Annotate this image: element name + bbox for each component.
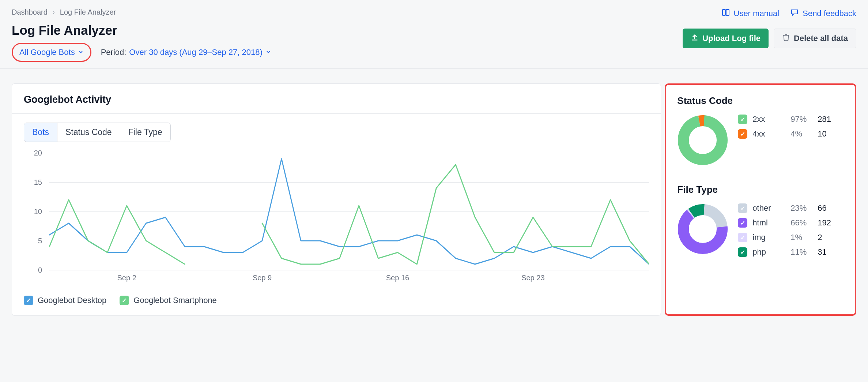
status-code-section: Status Code ✓2xx97%281✓4xx4%10: [677, 95, 844, 166]
chevron-down-icon: [78, 48, 84, 57]
legend-name: img: [752, 233, 785, 242]
legend-item-smartphone[interactable]: ✓ Googlebot Smartphone: [120, 296, 217, 305]
legend-name: php: [752, 247, 785, 257]
tab-bots[interactable]: Bots: [24, 123, 57, 142]
y-tick: 5: [38, 237, 42, 245]
legend-count: 31: [818, 247, 826, 257]
activity-card: Googlebot Activity Bots Status Code File…: [12, 83, 661, 316]
bots-filter-dropdown[interactable]: All Google Bots: [12, 43, 91, 62]
x-tick: Sep 16: [386, 274, 409, 282]
svg-point-11: [683, 210, 722, 248]
upload-icon: [691, 33, 699, 44]
legend-name: other: [752, 203, 785, 213]
file-legend-row[interactable]: ✓html66%192: [738, 218, 844, 228]
send-feedback-link[interactable]: Send feedback: [790, 8, 856, 19]
status-code-title: Status Code: [677, 95, 844, 106]
breadcrumb-current: Log File Analyzer: [60, 8, 116, 16]
y-tick: 15: [34, 178, 42, 187]
period-value: Over 30 days (Aug 29–Sep 27, 2018): [129, 48, 262, 57]
chevron-right-icon: ›: [53, 8, 55, 16]
y-tick: 10: [34, 207, 42, 216]
svg-rect-0: [722, 10, 725, 15]
legend-count: 281: [818, 115, 831, 124]
svg-point-7: [683, 121, 722, 160]
checkbox-icon: ✓: [738, 233, 747, 242]
legend-percent: 97%: [790, 115, 812, 124]
trash-icon: [782, 33, 790, 44]
send-feedback-label: Send feedback: [803, 9, 856, 18]
user-manual-label: User manual: [734, 9, 780, 18]
chevron-down-icon: [265, 49, 271, 56]
legend-count: 10: [818, 129, 826, 139]
divider: [12, 113, 661, 114]
legend-label: Googlebot Smartphone: [133, 296, 217, 305]
summary-panel: Status Code ✓2xx97%281✓4xx4%10 File Type…: [665, 83, 856, 316]
file-legend-row[interactable]: ✓img1%2: [738, 233, 844, 242]
legend-count: 2: [818, 233, 822, 242]
legend-label: Googlebot Desktop: [38, 296, 106, 305]
period-label: Period:: [101, 48, 127, 57]
file-type-donut: [677, 203, 728, 255]
legend-percent: 66%: [790, 218, 812, 228]
x-tick: Sep 9: [253, 274, 272, 282]
tab-status-code[interactable]: Status Code: [57, 123, 120, 142]
y-tick: 0: [38, 266, 42, 274]
legend-name: 2xx: [752, 115, 785, 124]
checkbox-icon: ✓: [120, 296, 129, 305]
status-code-donut: [677, 115, 728, 166]
legend-percent: 1%: [790, 233, 812, 242]
status-legend-row[interactable]: ✓2xx97%281: [738, 115, 844, 124]
svg-rect-1: [726, 10, 729, 15]
upload-log-file-button[interactable]: Upload Log file: [683, 29, 769, 48]
period-filter[interactable]: Period: Over 30 days (Aug 29–Sep 27, 201…: [101, 48, 271, 57]
file-legend-row[interactable]: ✓php11%31: [738, 247, 844, 257]
legend-name: 4xx: [752, 129, 785, 139]
x-tick: Sep 23: [521, 274, 544, 282]
activity-legend: ✓ Googlebot Desktop ✓ Googlebot Smartpho…: [24, 296, 649, 305]
legend-percent: 11%: [790, 247, 812, 257]
legend-count: 66: [818, 203, 826, 213]
legend-item-desktop[interactable]: ✓ Googlebot Desktop: [24, 296, 106, 305]
legend-percent: 4%: [790, 129, 812, 139]
checkbox-icon: ✓: [24, 296, 33, 305]
file-type-section: File Type ✓other23%66✓html66%192✓img1%2✓…: [677, 184, 844, 262]
legend-count: 192: [818, 218, 831, 228]
checkbox-icon: ✓: [738, 129, 747, 139]
checkbox-icon: ✓: [738, 203, 747, 213]
delete-button-label: Delete all data: [794, 34, 848, 43]
checkbox-icon: ✓: [738, 247, 747, 257]
legend-name: html: [752, 218, 785, 228]
activity-chart: 05101520 Sep 2Sep 9Sep 16Sep 23: [24, 153, 649, 285]
delete-all-data-button[interactable]: Delete all data: [774, 29, 856, 48]
file-type-title: File Type: [677, 184, 844, 195]
breadcrumb-root[interactable]: Dashboard: [12, 8, 48, 16]
checkbox-icon: ✓: [738, 115, 747, 124]
user-manual-link[interactable]: User manual: [721, 8, 780, 19]
y-tick: 20: [34, 149, 42, 157]
comment-icon: [790, 8, 799, 19]
activity-tabs: Bots Status Code File Type: [24, 123, 171, 142]
file-legend-row[interactable]: ✓other23%66: [738, 203, 844, 213]
legend-percent: 23%: [790, 203, 812, 213]
checkbox-icon: ✓: [738, 218, 747, 228]
x-tick: Sep 2: [117, 274, 136, 282]
activity-title: Googlebot Activity: [24, 94, 649, 105]
upload-button-label: Upload Log file: [702, 34, 761, 43]
book-icon: [721, 8, 730, 19]
status-legend-row[interactable]: ✓4xx4%10: [738, 129, 844, 139]
bots-filter-label: All Google Bots: [19, 48, 75, 57]
tab-file-type[interactable]: File Type: [120, 123, 170, 142]
